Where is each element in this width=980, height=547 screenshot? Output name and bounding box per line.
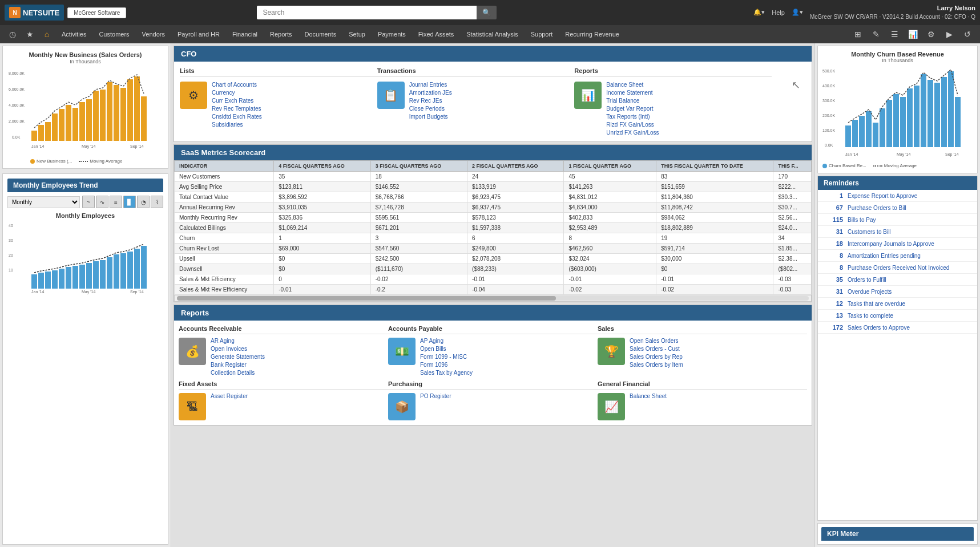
ap-link-1099[interactable]: Form 1099 - MISC — [420, 354, 473, 360]
reminder-link[interactable]: Purchase Orders Received Not Invoiced — [848, 265, 949, 271]
cfo-link-rev-rec-jes[interactable]: Rev Rec JEs — [409, 98, 452, 104]
ar-link-aging[interactable]: AR Aging — [211, 338, 265, 344]
reminder-link[interactable]: Bills to Pay — [848, 217, 876, 223]
cfo-link-balance[interactable]: Balance Sheet — [606, 82, 659, 88]
ap-link-aging[interactable]: AP Aging — [420, 338, 473, 344]
user-info: Larry Nelson McGreer SW OW CR/ARR · V201… — [810, 4, 975, 21]
nav-payroll[interactable]: Payroll and HR — [172, 29, 225, 40]
employee-period-select[interactable]: Monthly — [7, 196, 80, 208]
area2-chart-icon[interactable]: ⌇ — [151, 196, 163, 208]
reminder-link[interactable]: Intercompany Journals to Approve — [848, 241, 934, 247]
cfo-link-curr-exch[interactable]: Curr Exch Rates — [212, 98, 262, 104]
netsuite-logo[interactable]: N NETSUITE — [5, 5, 64, 21]
sales-link-cust[interactable]: Sales Orders - Cust — [630, 346, 683, 352]
cfo-link-amort[interactable]: Amortization JEs — [409, 90, 452, 96]
nav-icon-2[interactable]: ✎ — [868, 26, 884, 42]
cfo-link-income[interactable]: Income Statement — [606, 90, 659, 96]
metric-value: 34 — [773, 233, 812, 244]
reminder-link[interactable]: Expense Report to Approve — [848, 193, 917, 199]
reminder-item: 1 Expense Report to Approve — [818, 190, 977, 202]
reminder-link[interactable]: Amortization Entries pending — [848, 253, 921, 259]
cfo-link-currency[interactable]: Currency — [212, 90, 262, 96]
cfo-link-chart-accounts[interactable]: Chart of Accounts — [212, 82, 262, 88]
cfo-link-tax[interactable]: Tax Reports (Intl) — [606, 114, 659, 120]
help-link[interactable]: Help — [772, 9, 785, 16]
cfo-link-import[interactable]: Import Budgets — [409, 114, 452, 120]
metric-value: $984,062 — [656, 213, 773, 223]
cfo-link-unrlzd[interactable]: Unrlzd FX Gain/Loss — [606, 129, 659, 136]
nav-icon-5[interactable]: ⚙ — [923, 26, 939, 42]
cfo-link-trial[interactable]: Trial Balance — [606, 98, 659, 104]
nav-vendors[interactable]: Vendors — [136, 29, 171, 40]
ap-link-salestax[interactable]: Sales Tax by Agency — [420, 370, 473, 376]
nav-statistical[interactable]: Statistical Analysis — [461, 29, 523, 40]
cfo-link-budget[interactable]: Budget Var Report — [606, 106, 659, 112]
user-icon[interactable]: 👤▾ — [792, 9, 803, 16]
nav-support[interactable]: Support — [525, 29, 559, 40]
area-chart-icon[interactable]: ~ — [82, 196, 95, 208]
line-chart-icon[interactable]: ∿ — [96, 196, 108, 208]
nav-setup[interactable]: Setup — [343, 29, 371, 40]
reminder-link[interactable]: Orders to Fulfill — [848, 277, 886, 283]
clock-icon[interactable]: ◷ — [5, 26, 21, 42]
nav-fixed-assets[interactable]: Fixed Assets — [413, 29, 459, 40]
ar-link-statements[interactable]: Generate Statements — [211, 354, 265, 360]
metric-value: 83 — [656, 172, 773, 182]
cfo-link-journal[interactable]: Journal Entries — [409, 82, 452, 88]
purchasing-link-po[interactable]: PO Register — [420, 393, 451, 399]
nav-financial[interactable]: Financial — [227, 29, 263, 40]
cfo-link-rlzd[interactable]: Rlzd FX Gain/Loss — [606, 121, 659, 128]
reminder-link[interactable]: Purchase Orders to Bill — [848, 205, 906, 211]
svg-text:Jan '14: Jan '14 — [845, 152, 858, 156]
nav-icon-7[interactable]: ↺ — [959, 26, 975, 42]
search-button[interactable]: 🔍 — [477, 6, 497, 19]
nav-customers[interactable]: Customers — [93, 29, 135, 40]
nav-activities[interactable]: Activities — [56, 29, 92, 40]
nav-reports[interactable]: Reports — [264, 29, 298, 40]
ar-link-invoices[interactable]: Open Invoices — [211, 346, 265, 352]
ar-link-bank[interactable]: Bank Register — [211, 362, 265, 368]
legend-new-business: New Business (... — [30, 159, 72, 164]
nav-recurring[interactable]: Recurring Revenue — [559, 29, 625, 40]
table-icon[interactable]: ≡ — [110, 196, 122, 208]
gauge-icon[interactable]: ◔ — [137, 196, 150, 208]
svg-rect-11 — [72, 108, 78, 141]
svg-rect-57 — [859, 116, 865, 147]
cfo-link-cnsldtd[interactable]: Cnsldtd Exch Rates — [212, 114, 262, 120]
sales-link-item[interactable]: Sales Orders by Item — [630, 362, 683, 368]
cfo-link-close[interactable]: Close Periods — [409, 106, 452, 112]
table-scrollbar[interactable] — [174, 295, 812, 302]
ap-link-bills[interactable]: Open Bills — [420, 346, 473, 352]
svg-rect-38 — [93, 261, 99, 289]
general-link-balance[interactable]: Balance Sheet — [630, 393, 667, 399]
reminder-link[interactable]: Tasks to complete — [848, 313, 893, 319]
cfo-link-subsidiaries[interactable]: Subsidiaries — [212, 121, 262, 128]
cfo-link-rev-rec[interactable]: Rev Rec Templates — [212, 106, 262, 112]
reminder-link[interactable]: Sales Orders to Approve — [848, 325, 910, 331]
notifications-icon[interactable]: 🔔▾ — [753, 9, 765, 16]
nav-icon-1[interactable]: ⊞ — [850, 26, 866, 42]
metric-value: $3,896,592 — [274, 192, 370, 202]
reminder-link[interactable]: Tasks that are overdue — [848, 301, 905, 307]
search-input[interactable] — [257, 6, 477, 19]
reminder-item: 67 Purchase Orders to Bill — [818, 202, 977, 214]
fixed-link-register[interactable]: Asset Register — [211, 393, 248, 399]
metric-value: $30.3... — [773, 192, 812, 202]
table-row: Annual Recurring Rev$3,910,035$7,146,728… — [175, 202, 812, 213]
ar-link-collection[interactable]: Collection Details — [211, 370, 265, 376]
nav-icon-6[interactable]: ▶ — [941, 26, 957, 42]
reminder-link[interactable]: Overdue Projects — [848, 289, 892, 295]
sales-link-rep[interactable]: Sales Orders by Rep — [630, 354, 683, 360]
nav-payments[interactable]: Payments — [372, 29, 412, 40]
home-icon[interactable]: ⌂ — [39, 26, 55, 42]
star-icon[interactable]: ★ — [22, 26, 38, 42]
nav-icon-4[interactable]: 📊 — [905, 26, 921, 42]
nav-documents[interactable]: Documents — [299, 29, 342, 40]
left-panel: Monthly New Business (Sales Orders) In T… — [0, 43, 171, 547]
nav-icon-3[interactable]: ☰ — [886, 26, 902, 42]
reminder-link[interactable]: Customers to Bill — [848, 229, 891, 235]
nav-right-icons: ⊞ ✎ ☰ 📊 ⚙ ▶ ↺ — [850, 26, 975, 42]
bar-chart-icon[interactable]: ▊ — [123, 196, 136, 208]
ap-link-1096[interactable]: Form 1096 — [420, 362, 473, 368]
sales-link-open[interactable]: Open Sales Orders — [630, 338, 683, 344]
